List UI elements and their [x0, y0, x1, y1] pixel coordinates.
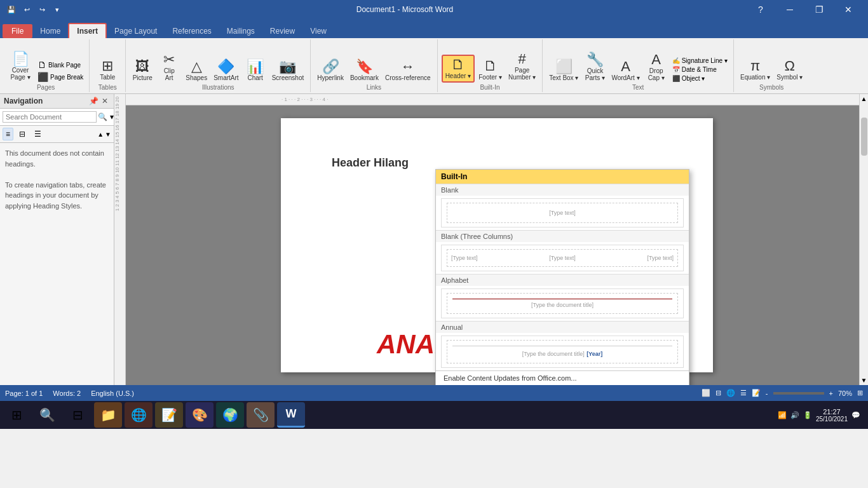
- zoom-in-btn[interactable]: +: [829, 390, 833, 397]
- signature-line-btn[interactable]: ✍ Signature Line ▾: [670, 57, 729, 65]
- nav-next-arrow[interactable]: ▼: [105, 131, 111, 138]
- notification-icon[interactable]: 💬: [851, 411, 860, 419]
- vertical-ruler: 1 2 3 4 5 6 7 8 9 10 11 12 13 14 15 16 1…: [114, 94, 126, 385]
- blank-page-btn[interactable]: 🗋 Blank Page: [36, 59, 85, 71]
- equation-btn[interactable]: π Equation ▾: [738, 57, 773, 83]
- annual-text: [Type the document title]: [522, 351, 585, 357]
- view-draft-btn[interactable]: 📝: [752, 389, 761, 397]
- page-number-btn[interactable]: # PageNumber ▾: [506, 50, 538, 83]
- header-dropdown: Built-In Blank [Type text] Blank header …: [435, 169, 689, 385]
- app-paint-btn[interactable]: 🎨: [186, 402, 214, 428]
- tab-page-layout[interactable]: Page Layout: [107, 24, 165, 38]
- symbol-btn[interactable]: Ω Symbol ▾: [774, 57, 805, 83]
- view-full-screen-btn[interactable]: ⊟: [715, 389, 721, 397]
- date-time-btn[interactable]: 📅 Date & Time: [670, 65, 729, 74]
- nav-panel-close-btn[interactable]: ✕: [100, 96, 110, 106]
- nav-headings-btn[interactable]: ≡: [3, 128, 13, 140]
- app-chrome-btn[interactable]: 🌐: [125, 402, 153, 428]
- smartart-btn[interactable]: 🔷 SmartArt: [211, 58, 241, 83]
- close-btn[interactable]: ✕: [834, 0, 863, 19]
- cross-reference-btn[interactable]: ↔ Cross-reference: [383, 58, 433, 83]
- battery-icon[interactable]: 🔋: [803, 411, 812, 419]
- drop-cap-btn[interactable]: A DropCap ▾: [644, 51, 669, 83]
- cover-page-btn[interactable]: 📄 CoverPage ▾: [6, 50, 34, 83]
- language-indicator: English (U.S.): [91, 390, 134, 397]
- nav-panel-pin-btn[interactable]: 📌: [88, 96, 98, 106]
- scroll-thumb[interactable]: [861, 118, 867, 156]
- search-button-taskbar[interactable]: 🔍: [33, 402, 61, 428]
- view-outline-btn[interactable]: ☰: [740, 389, 747, 397]
- bookmark-btn[interactable]: 🔖 Bookmark: [348, 58, 381, 83]
- screenshot-btn[interactable]: 📷 Screenshot: [269, 58, 307, 83]
- tab-view[interactable]: View: [302, 24, 334, 38]
- task-view-btn[interactable]: ⊟: [64, 402, 92, 428]
- text-box-btn[interactable]: ⬜ Text Box ▾: [546, 58, 581, 83]
- vertical-scrollbar[interactable]: ▲ ▼: [859, 94, 868, 385]
- equation-icon: π: [750, 59, 760, 73]
- status-bar: Page: 1 of 1 Words: 2 English (U.S.) ⬜ ⊟…: [0, 385, 868, 401]
- tab-insert[interactable]: Insert: [68, 23, 107, 38]
- view-web-btn[interactable]: 🌐: [726, 389, 735, 397]
- hyperlink-btn[interactable]: 🔗 Hyperlink: [315, 58, 346, 83]
- fit-page-btn[interactable]: ⊞: [857, 389, 863, 397]
- wordart-icon: A: [621, 60, 630, 74]
- customize-qat-btn[interactable]: ▾: [51, 3, 64, 16]
- tab-home[interactable]: Home: [32, 24, 68, 38]
- nav-results-btn[interactable]: ☰: [31, 128, 44, 140]
- nav-prev-arrow[interactable]: ▲: [97, 131, 104, 138]
- nav-panel-title: Navigation: [4, 97, 43, 105]
- help-btn[interactable]: ?: [746, 0, 775, 19]
- tab-references[interactable]: References: [165, 24, 219, 38]
- tab-review[interactable]: Review: [262, 24, 302, 38]
- tab-file[interactable]: File: [3, 24, 32, 38]
- scroll-up-btn[interactable]: ▲: [860, 94, 868, 104]
- shapes-btn[interactable]: △ Shapes: [183, 58, 210, 83]
- object-btn[interactable]: ⬛ Object ▾: [670, 74, 729, 83]
- app-browser2-btn[interactable]: 🌍: [216, 402, 244, 428]
- app-clip-btn[interactable]: 📎: [247, 402, 275, 428]
- chart-btn[interactable]: 📊 Chart: [243, 58, 268, 83]
- zoom-slider[interactable]: [773, 392, 824, 395]
- tab-mailings[interactable]: Mailings: [219, 24, 262, 38]
- clip-art-icon: ✂: [163, 53, 175, 67]
- taskbar-right: 📶 🔊 🔋 21:27 25/10/2021 💬: [778, 408, 865, 423]
- ribbon-group-tables: ⊞ Table Tables: [90, 39, 126, 92]
- cover-page-icon: 📄: [12, 52, 29, 66]
- footer-btn[interactable]: 🗋 Footer ▾: [476, 57, 505, 83]
- minimize-btn[interactable]: ─: [775, 0, 804, 19]
- alphabet-preview[interactable]: [Type the document title]: [441, 288, 684, 318]
- picture-btn[interactable]: 🖼 Picture: [130, 58, 155, 83]
- page-break-btn[interactable]: ⬛ Page Break: [36, 71, 85, 83]
- restore-btn[interactable]: ❐: [804, 0, 834, 19]
- scroll-track[interactable]: [861, 105, 867, 374]
- scroll-down-btn[interactable]: ▼: [860, 376, 868, 385]
- cross-reference-icon: ↔: [401, 60, 415, 74]
- wordart-btn[interactable]: A WordArt ▾: [609, 58, 642, 83]
- blank-three-preview[interactable]: [Type text] [Type text] [Type text]: [441, 245, 684, 271]
- word-taskbar-btn[interactable]: W: [277, 402, 305, 428]
- enable-content-updates-item[interactable]: Enable Content Updates from Office.com..…: [436, 371, 689, 385]
- network-icon[interactable]: 📶: [778, 411, 787, 419]
- view-normal-btn[interactable]: ⬜: [702, 389, 710, 397]
- table-btn[interactable]: ⊞ Table: [93, 57, 121, 83]
- ribbon-content: 📄 CoverPage ▾ 🗋 Blank Page ⬛ Page Break …: [0, 38, 868, 94]
- header-btn[interactable]: 🗋 Header ▾: [442, 55, 475, 83]
- clip-art-btn[interactable]: ✂ ClipArt: [156, 51, 182, 83]
- volume-icon[interactable]: 🔊: [790, 411, 799, 419]
- app-notepad-btn[interactable]: 📝: [155, 402, 183, 428]
- clock-area[interactable]: 21:27 25/10/2021: [816, 408, 848, 423]
- annual-preview[interactable]: [Type the document title] [Year]: [441, 336, 684, 368]
- ribbon-group-pages: 📄 CoverPage ▾ 🗋 Blank Page ⬛ Page Break …: [3, 39, 90, 92]
- undo-qat-btn[interactable]: ↩: [20, 3, 33, 16]
- save-qat-btn[interactable]: 💾: [5, 3, 18, 16]
- file-explorer-btn[interactable]: 📁: [94, 402, 122, 428]
- search-input[interactable]: [3, 111, 97, 123]
- notepad-icon: 📝: [161, 407, 177, 423]
- start-button[interactable]: ⊞: [3, 402, 31, 428]
- zoom-out-btn[interactable]: -: [766, 390, 768, 397]
- nav-pages-btn[interactable]: ⊟: [16, 128, 29, 140]
- search-button[interactable]: 🔍: [97, 111, 109, 123]
- redo-qat-btn[interactable]: ↪: [36, 3, 48, 16]
- quick-parts-btn[interactable]: 🔧 QuickParts ▾: [582, 51, 607, 83]
- blank-preview[interactable]: [Type text]: [441, 198, 684, 227]
